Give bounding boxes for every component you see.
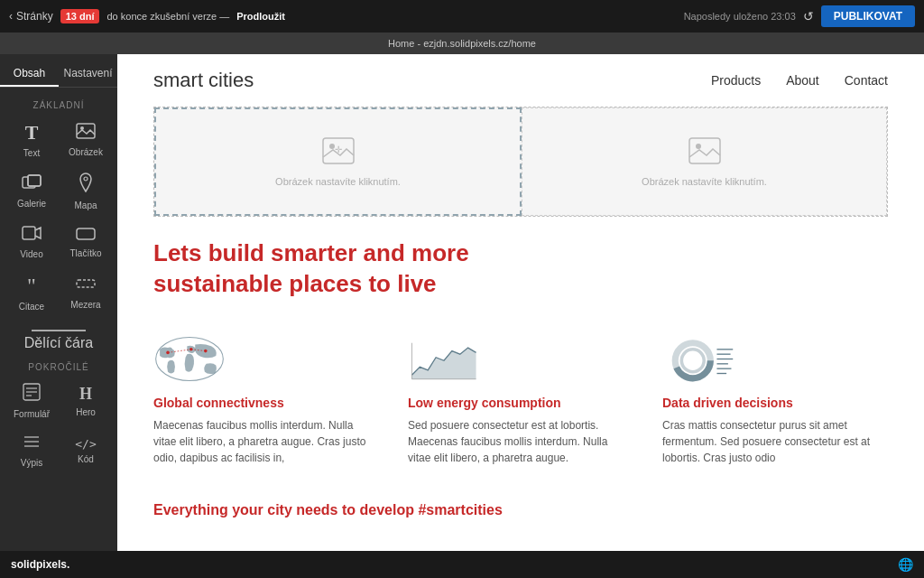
- feature-1: Global connectivness Maecenas faucibus m…: [153, 332, 379, 466]
- svg-marker-27: [411, 348, 476, 379]
- sidebar-tabs: Obsah Nastavení: [0, 61, 117, 88]
- hero-icon: H: [79, 385, 92, 404]
- feature-2: Low energy consumption Sed posuere conse…: [408, 332, 633, 466]
- svg-point-20: [696, 144, 701, 149]
- sidebar-item-quote[interactable]: " Citace: [5, 266, 58, 317]
- feature-1-text: Maecenas faucibus mollis interdum. Nulla…: [153, 417, 379, 466]
- map-label: Mapa: [74, 200, 97, 210]
- headline: Lets build smarter and more sustainable …: [117, 217, 623, 314]
- trial-text: do konce zkušební verze —: [106, 11, 229, 22]
- feature-2-title: Low energy consumption: [408, 396, 633, 410]
- url-text: Home - ezjdn.solidpixels.cz/home: [388, 38, 536, 49]
- list-icon: [23, 434, 41, 454]
- code-label: Kód: [78, 454, 94, 464]
- trial-link[interactable]: Prodloužit: [236, 11, 285, 22]
- sidebar-basic-grid: T Text Obrázek: [0, 114, 117, 317]
- language-icon[interactable]: 🌐: [898, 557, 913, 572]
- brand-name: solidpixels.: [11, 558, 69, 571]
- main-layout: Obsah Nastavení ZÁKLADNÍ T Text Obrázek: [0, 54, 924, 551]
- feature-1-title: Global connectivness: [153, 396, 379, 410]
- svg-point-32: [681, 350, 704, 372]
- publish-button[interactable]: PUBLIKOVAT: [821, 5, 915, 27]
- nav-link-contact[interactable]: Contact: [845, 73, 888, 88]
- divider-label: Dělící čára: [24, 335, 93, 351]
- trial-badge: 13 dní: [60, 9, 100, 23]
- list-label: Výpis: [21, 458, 42, 468]
- form-label: Formulář: [14, 409, 50, 419]
- feature-3-icon: [662, 332, 735, 387]
- image-icon: [76, 123, 96, 144]
- sidebar-item-form[interactable]: Formulář: [5, 376, 58, 424]
- feature-3-text: Cras mattis consectetur purus sit amet f…: [662, 417, 888, 466]
- tab-settings[interactable]: Nastavení: [59, 61, 117, 87]
- video-icon: [22, 225, 42, 246]
- sidebar-item-divider[interactable]: Dělící čára: [0, 324, 117, 357]
- svg-rect-7: [77, 228, 95, 239]
- quote-label: Citace: [19, 302, 44, 312]
- sidebar-item-spacer[interactable]: Mezera: [60, 266, 112, 317]
- hero-image-1-label: Obrázek nastavíte kliknutím.: [275, 176, 401, 187]
- sidebar-item-gallery[interactable]: Galerie: [5, 165, 58, 216]
- divider-icon: [32, 330, 86, 331]
- hero-image-2[interactable]: Obrázek nastavíte kliknutím.: [522, 107, 887, 216]
- form-icon: [23, 383, 41, 406]
- nav-links: Products About Contact: [711, 73, 888, 88]
- last-saved: Naposledy uloženo 23:03: [684, 11, 796, 22]
- image-placeholder-icon-2: [688, 137, 721, 171]
- nav-link-about[interactable]: About: [786, 73, 819, 88]
- sidebar-item-image[interactable]: Obrázek: [60, 114, 112, 163]
- website-nav: smart cities Products About Contact: [117, 54, 924, 107]
- url-bar: Home - ezjdn.solidpixels.cz/home: [0, 33, 924, 54]
- svg-point-5: [84, 177, 88, 181]
- svg-rect-8: [77, 280, 95, 287]
- footer-tagline: Everything your city needs to develop #s…: [117, 493, 924, 527]
- text-icon: T: [25, 121, 39, 144]
- gallery-label: Galerie: [17, 199, 46, 209]
- top-bar: ‹ Stránky 13 dní do konce zkušební verze…: [0, 0, 924, 33]
- feature-2-icon: [408, 332, 480, 387]
- sidebar-item-code[interactable]: </> Kód: [60, 426, 112, 473]
- svg-text:✛: ✛: [335, 144, 342, 154]
- section-basic-title: ZÁKLADNÍ: [0, 95, 117, 114]
- hero-images: ✛ Obrázek nastavíte kliknutím. Obrázek n…: [153, 107, 888, 217]
- button-label: Tlačítko: [69, 248, 101, 258]
- website-preview: smart cities Products About Contact ✛: [117, 54, 924, 551]
- gallery-icon: [22, 174, 42, 195]
- sidebar-item-hero[interactable]: H Hero: [60, 376, 112, 424]
- refresh-button[interactable]: ↺: [803, 9, 814, 23]
- map-icon: [78, 172, 94, 197]
- tab-content[interactable]: Obsah: [0, 61, 59, 87]
- spacer-label: Mezera: [70, 300, 100, 310]
- text-label: Text: [23, 148, 40, 158]
- sidebar-advanced-grid: Formulář H Hero Výpis </>: [0, 376, 117, 473]
- svg-rect-6: [23, 227, 35, 239]
- hero-image-1[interactable]: ✛ Obrázek nastavíte kliknutím.: [154, 107, 522, 216]
- hero-label: Hero: [76, 407, 96, 417]
- feature-2-text: Sed posuere consectetur est at lobortis.…: [408, 417, 633, 466]
- sidebar-item-button[interactable]: Tlačítko: [60, 218, 112, 265]
- canvas-area[interactable]: smart cities Products About Contact ✛: [117, 54, 924, 551]
- spacer-icon: [76, 275, 96, 296]
- bottom-bar: solidpixels. 🌐: [0, 551, 924, 578]
- video-label: Video: [20, 249, 42, 259]
- feature-3-title: Data driven decisions: [662, 396, 888, 410]
- top-bar-right: Naposledy uloženo 23:03 ↺ PUBLIKOVAT: [684, 5, 915, 27]
- button-icon: [76, 226, 96, 245]
- svg-rect-3: [28, 175, 41, 186]
- hero-image-2-label: Obrázek nastavíte kliknutím.: [642, 176, 767, 187]
- sidebar-item-text[interactable]: T Text: [5, 114, 58, 163]
- top-bar-left: ‹ Stránky 13 dní do konce zkušební verze…: [9, 9, 285, 23]
- features-section: Global connectivness Maecenas faucibus m…: [117, 314, 924, 493]
- nav-link-products[interactable]: Products: [711, 73, 761, 88]
- sidebar: Obsah Nastavení ZÁKLADNÍ T Text Obrázek: [0, 54, 117, 551]
- section-advanced-title: POKROČILÉ: [0, 357, 117, 376]
- image-placeholder-icon-1: ✛: [322, 137, 355, 171]
- sidebar-item-video[interactable]: Video: [5, 218, 58, 265]
- back-button[interactable]: ‹ Stránky: [9, 10, 53, 23]
- nav-logo: smart cities: [153, 69, 254, 92]
- feature-3: Data driven decisions Cras mattis consec…: [662, 332, 888, 466]
- sidebar-item-map[interactable]: Mapa: [60, 165, 112, 216]
- sidebar-item-list[interactable]: Výpis: [5, 426, 58, 473]
- image-label: Obrázek: [69, 147, 103, 157]
- code-icon: </>: [75, 437, 96, 451]
